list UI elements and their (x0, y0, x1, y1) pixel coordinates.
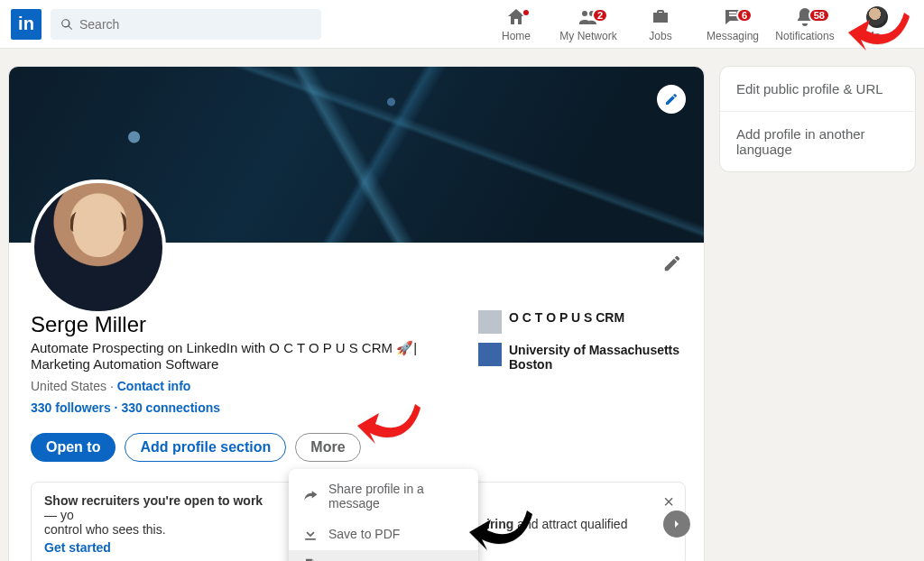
annotation-arrow-build-resume (469, 510, 534, 557)
briefcase-icon (650, 6, 671, 28)
followers-link[interactable]: 330 followers (31, 400, 111, 415)
network-badge: 2 (592, 8, 608, 23)
notifications-badge: 58 (808, 8, 830, 23)
add-profile-section-button[interactable]: Add profile section (125, 433, 286, 462)
nav-jobs[interactable]: Jobs (624, 6, 697, 42)
profile-network: 330 followers · 330 connections (31, 400, 682, 415)
company-logo-icon (478, 310, 502, 334)
edit-banner-button[interactable] (657, 85, 686, 114)
search-icon (60, 17, 74, 32)
pencil-icon (664, 92, 679, 106)
more-dropdown: Share profile in a message Save to PDF B… (289, 469, 478, 561)
chevron-right-icon (670, 517, 684, 531)
promo-next-button[interactable] (663, 510, 690, 538)
school-logo-icon (478, 343, 502, 366)
main-column: Serge Miller Automate Prospecting on Lin… (9, 67, 704, 561)
search-input[interactable] (79, 17, 312, 32)
nav-network-label: My Network (559, 30, 616, 42)
profile-headline: Automate Prospecting on LinkedIn with O … (31, 340, 455, 372)
build-resume-item[interactable]: Build a resume (289, 550, 478, 561)
annotation-arrow-more (357, 404, 422, 451)
pencil-icon (662, 253, 682, 273)
get-started-link[interactable]: Get started (44, 540, 279, 555)
download-icon (301, 525, 319, 543)
nav-home[interactable]: Home (480, 6, 552, 42)
current-company[interactable]: O C T O P U S CRM (478, 310, 680, 334)
nav-notifications-label: Notifications (775, 30, 834, 42)
sidebar-card: Edit public profile & URL Add profile in… (720, 67, 915, 171)
connections-link[interactable]: 330 connections (121, 400, 220, 415)
profile-card: Serge Miller Automate Prospecting on Lin… (9, 67, 704, 561)
nav-network[interactable]: 2 My Network (552, 6, 624, 42)
linkedin-logo[interactable]: in (11, 9, 42, 40)
education[interactable]: University of Massachusetts Boston (478, 343, 680, 372)
profile-location: United States (31, 379, 106, 393)
share-arrow-icon (301, 487, 319, 505)
right-sidebar: Edit public profile & URL Add profile in… (720, 67, 915, 561)
nav-home-label: Home (502, 30, 531, 42)
save-to-pdf-item[interactable]: Save to PDF (289, 518, 478, 550)
nav-messaging[interactable]: 6 Messaging (697, 6, 769, 42)
search-box[interactable] (51, 9, 321, 40)
promo-copy: Show recruiters you're open to work — yo… (44, 493, 279, 555)
profile-actions: Open to Add profile section More Share p… (31, 433, 682, 462)
page-content: Serge Miller Automate Prospecting on Lin… (0, 49, 924, 561)
share-profile-item[interactable]: Share profile in a message (289, 474, 478, 518)
contact-info-link[interactable]: Contact info (117, 379, 191, 393)
nav-jobs-label: Jobs (649, 30, 671, 42)
edit-profile-button[interactable] (662, 253, 682, 277)
nav-notifications[interactable]: 58 Notifications (769, 6, 841, 42)
home-badge (522, 8, 531, 17)
add-profile-language-link[interactable]: Add profile in another language (720, 112, 915, 171)
edit-public-profile-link[interactable]: Edit public profile & URL (720, 67, 915, 112)
profile-location-row: United States · Contact info (31, 379, 682, 393)
open-to-button[interactable]: Open to (31, 433, 116, 462)
messaging-badge: 6 (736, 8, 753, 23)
profile-info: Serge Miller Automate Prospecting on Lin… (9, 243, 704, 561)
more-button[interactable]: More (295, 433, 360, 462)
profile-experience-summary: O C T O P U S CRM University of Massachu… (478, 310, 680, 381)
annotation-arrow-me (848, 13, 911, 58)
document-icon (301, 557, 319, 561)
top-navigation: in Home 2 My Network Jobs 6 Messaging 58… (0, 0, 924, 49)
promo-close-button[interactable]: × (663, 492, 674, 512)
nav-messaging-label: Messaging (707, 30, 759, 42)
